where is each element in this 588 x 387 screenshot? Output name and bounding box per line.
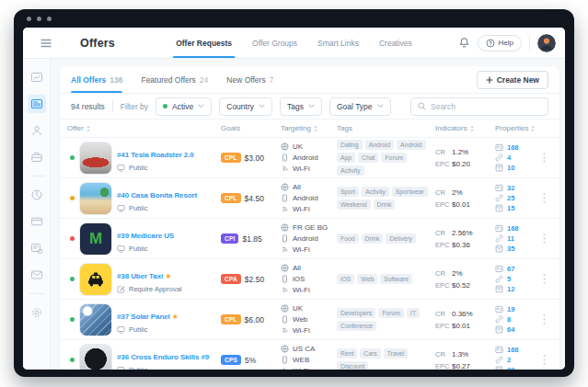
affiliates-count[interactable]: 32 [507,184,514,192]
tab-creatives[interactable]: Creatives [379,28,412,58]
table-row[interactable]: #40 Casa Bonita Resort Public CPL$4.50 A… [60,178,559,219]
globe-icon [281,264,289,272]
main-content: All Offers 136 Featured Offers 24 New Of… [51,59,565,370]
row-menu-button[interactable] [543,314,546,324]
landings-count[interactable]: 99 [507,366,514,370]
help-button[interactable]: Help [478,35,522,51]
column-goals[interactable]: Goals [221,124,278,132]
offer-thumbnail [79,303,112,336]
row-menu-button[interactable] [543,274,546,284]
landings-count[interactable]: 10 [507,164,514,172]
subtab-all-offers[interactable]: All Offers 136 [71,66,122,93]
table-row[interactable]: #38 Uber Taxi★ Require Approval CPA$2.50… [60,259,559,300]
landings-count[interactable]: 12 [507,285,514,293]
column-properties[interactable]: Properties [495,124,537,132]
row-menu-button[interactable] [543,355,546,365]
visibility-label: Public [129,164,147,172]
row-menu-button[interactable] [543,193,546,203]
offer-link[interactable]: #36 Cross Enduro Skills #9 [117,353,209,361]
sidebar-item-advertisers[interactable] [28,148,46,166]
tag: Drink [362,233,384,244]
country-filter-dropdown[interactable]: Country [219,97,272,116]
subtab-count: 24 [200,75,208,85]
subtab-featured-offers[interactable]: Featured Offers 24 [141,66,208,93]
column-offer[interactable]: Offer [67,124,218,132]
sidebar-item-dashboard[interactable] [28,68,46,86]
tag: Rent [337,348,357,359]
table-row[interactable]: #37 Solar Panel★ Public CPL$6.00 UK Web … [60,300,559,340]
table-row[interactable]: #36 Cross Enduro Skills #9 Public CPS5% … [60,340,559,370]
tag: Activity [362,187,389,197]
offer-link[interactable]: #41 Tesla Roadster 2.0 [117,151,193,159]
cr-value: 2.56% [452,229,473,237]
offer-link[interactable]: #39 Medicare US [117,232,174,240]
star-icon: ★ [165,272,171,280]
sidebar-item-messages[interactable] [28,266,46,284]
link-icon [495,315,503,324]
column-targeting[interactable]: Targeting [281,124,334,132]
hamburger-menu-icon[interactable] [32,39,60,48]
sidebar [23,59,51,370]
links-count[interactable]: 2 [507,356,511,364]
cr-value: 1.3% [452,350,468,359]
offer-link[interactable]: #37 Solar Panel [117,313,170,321]
tab-offer-requests[interactable]: Offer Requests [176,28,232,58]
filter-bar: 94 results Filter by Active Country [60,94,559,120]
tags-filter-dropdown[interactable]: Tags [280,97,322,116]
sidebar-item-settings[interactable] [28,303,46,322]
row-menu-button[interactable] [543,153,546,163]
mobile-icon [281,275,289,283]
user-avatar[interactable] [537,34,556,52]
offer-thumbnail [79,182,112,215]
country-filter-label: Country [226,102,254,111]
epc-value: $0.27 [452,362,470,370]
affiliates-count[interactable]: 67 [507,265,514,273]
landings-count[interactable]: 64 [507,325,514,334]
landings-count[interactable]: 35 [507,245,514,253]
search-field[interactable] [410,97,548,116]
wifi-icon [281,367,289,370]
search-icon [418,102,426,110]
offer-link[interactable]: #38 Uber Taxi [117,272,163,280]
links-count[interactable]: 8 [507,315,511,324]
affiliates-count[interactable]: 168 [507,346,519,354]
tab-smart-links[interactable]: Smart Links [317,28,359,58]
offer-link[interactable]: #40 Casa Bonita Resort [117,191,197,199]
column-indicators[interactable]: Indicators [435,124,492,132]
table-row[interactable]: #41 Tesla Roadster 2.0 Public CPL$3.00 U… [60,138,559,178]
search-input[interactable] [431,102,541,111]
affiliates-count[interactable]: 168 [507,224,519,233]
subtab-new-offers[interactable]: New Offers 7 [226,66,273,93]
sidebar-item-offers[interactable] [28,95,46,113]
window-controls[interactable] [27,17,52,21]
tag: Sportwear [392,187,428,197]
sidebar-item-statistics[interactable] [28,186,46,204]
sidebar-item-payments[interactable] [28,212,46,231]
affiliates-count[interactable]: 168 [507,143,519,152]
tab-offer-groups[interactable]: Offer Groups [252,28,297,58]
landings-count[interactable]: 15 [507,204,514,212]
links-count[interactable]: 11 [507,234,514,243]
goal-type-filter-dropdown[interactable]: Goal Type [329,97,391,116]
results-count: 94 results [71,102,105,111]
sidebar-item-automation[interactable] [28,239,46,257]
active-status-dot [163,104,167,108]
links-count[interactable]: 4 [507,154,511,162]
tag: Sport [337,187,359,197]
create-new-button[interactable]: Create New [477,71,548,89]
sidebar-item-users[interactable] [28,121,46,140]
links-count[interactable]: 25 [507,194,514,202]
status-filter-dropdown[interactable]: Active [156,97,212,116]
tag: Food [337,233,359,244]
links-count[interactable]: 5 [507,275,511,283]
affiliates-icon [495,184,503,192]
table-row[interactable]: M #39 Medicare US Public CPI$1.85 FR GE … [60,219,559,259]
column-tags[interactable]: Tags [337,124,432,132]
globe-icon [281,304,289,313]
affiliates-count[interactable]: 19 [507,305,514,313]
bell-icon[interactable] [458,37,470,49]
affiliates-icon [495,346,503,354]
row-menu-button[interactable] [543,233,546,244]
app-frame: Offers Offer Requests Offer Groups Smart… [23,28,565,370]
tag: App [337,153,355,163]
